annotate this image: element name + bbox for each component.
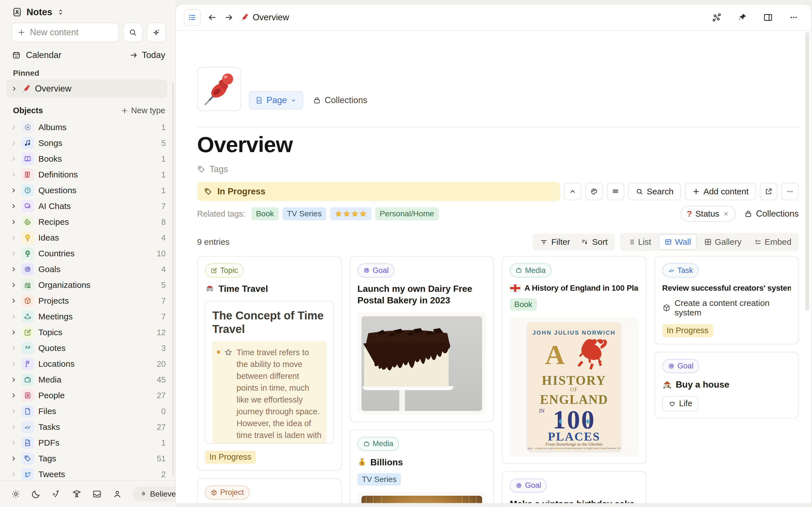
ai-sparkle-button[interactable]: [147, 22, 166, 42]
card-bakery-goal[interactable]: Goal Launch my own Dairy Free Postal Bak…: [350, 256, 494, 422]
layout-panel-icon[interactable]: [763, 12, 773, 22]
sort-button[interactable]: Sort: [581, 237, 608, 247]
graduation-cap-icon[interactable]: [71, 489, 82, 499]
search-content-button[interactable]: Search: [628, 183, 681, 200]
page-title[interactable]: Overview: [197, 132, 799, 158]
sidebar-item-countries[interactable]: Countries10: [6, 245, 170, 262]
svg-text:PLACES: PLACES: [548, 430, 600, 443]
breadcrumb[interactable]: Overview: [240, 12, 289, 22]
related-tag-personal-home[interactable]: Personal/Home: [375, 207, 439, 220]
sidebar-item-albums[interactable]: Albums1: [6, 119, 170, 135]
tv-series-tag[interactable]: TV Series: [357, 473, 401, 486]
view-tab-list[interactable]: List: [622, 235, 656, 249]
chevron-up-down-icon[interactable]: [57, 8, 64, 16]
sidebar-item-pdfs[interactable]: PDF PDFs1: [6, 435, 170, 451]
related-tag-tv-series[interactable]: TV Series: [283, 207, 326, 220]
tags-property[interactable]: Tags: [197, 164, 799, 174]
new-content-button[interactable]: New content: [11, 22, 119, 42]
sidebar-item-songs[interactable]: Songs5: [6, 135, 170, 151]
search-icon: [636, 187, 644, 195]
pushpin-icon: [240, 13, 249, 22]
gear-icon[interactable]: [11, 489, 21, 499]
linked-project[interactable]: Create a content creation system: [662, 298, 791, 318]
sidebar-item-ideas[interactable]: Ideas4: [6, 230, 170, 245]
book-tag[interactable]: Book: [510, 298, 537, 311]
sidebar-item-people[interactable]: People27: [6, 388, 170, 403]
page-type-dropdown[interactable]: Page: [249, 91, 303, 109]
related-tag-stars[interactable]: [330, 207, 371, 220]
sidebar-item-tags[interactable]: Tags51: [6, 451, 170, 466]
sidebar-item-overview[interactable]: Overview: [6, 79, 167, 98]
style-palette-button[interactable]: [585, 183, 603, 200]
sidebar-item-definitions[interactable]: Definitions1: [6, 167, 170, 182]
view-tab-embed[interactable]: Embed: [749, 235, 797, 249]
main-scrollbar[interactable]: [805, 32, 809, 311]
chevron-right-icon[interactable]: [11, 86, 17, 92]
paragraph-lines-button[interactable]: [607, 183, 624, 200]
status-badge[interactable]: In Progress: [205, 451, 256, 464]
whats-new-icon[interactable]: [51, 489, 61, 499]
moon-icon[interactable]: [31, 489, 41, 499]
package-icon: [211, 489, 217, 496]
card-review-creators[interactable]: Task Review successful creators' systems…: [654, 256, 799, 344]
open-external-button[interactable]: [760, 183, 777, 200]
more-menu-icon[interactable]: [781, 183, 799, 200]
profile-icon[interactable]: [112, 489, 122, 499]
house-icon: [662, 380, 672, 389]
related-tag-book[interactable]: Book: [252, 207, 278, 220]
sidebar-item-goals[interactable]: Goals4: [6, 262, 170, 277]
calendar-row[interactable]: 12 Calendar Today: [12, 48, 165, 62]
view-tab-gallery[interactable]: Gallery: [699, 235, 747, 249]
sidebar-item-topics[interactable]: Topics12: [6, 325, 170, 340]
view-tab-wall[interactable]: Wall: [659, 234, 697, 250]
filter-button[interactable]: Filter: [540, 237, 570, 247]
target-icon: [21, 263, 34, 276]
more-menu-icon[interactable]: [789, 13, 799, 22]
sidebar: Notes New content 12 Calendar Today Pinn…: [0, 0, 175, 507]
status-badge[interactable]: In Progress: [662, 324, 713, 337]
sidebar-item-locations[interactable]: Locations20: [6, 356, 170, 372]
sidebar-item-organizations[interactable]: Organizations5: [6, 277, 170, 293]
workspace-name[interactable]: Notes: [27, 7, 52, 17]
page-icon-image[interactable]: [197, 67, 241, 111]
new-type-button[interactable]: New type: [121, 106, 165, 115]
england-flag-icon: [510, 284, 520, 292]
collections-button[interactable]: Collections: [313, 95, 367, 105]
pin-filled-icon[interactable]: [738, 13, 747, 22]
sidebar-scrollbar[interactable]: [172, 82, 174, 476]
card-history-england[interactable]: Media A History of England in 100 Places…: [502, 256, 647, 464]
search-button[interactable]: [123, 22, 143, 42]
close-icon[interactable]: [723, 210, 729, 217]
sidebar-item-files[interactable]: Files0: [6, 403, 170, 419]
inbox-tray-icon[interactable]: [92, 489, 102, 499]
card-billions[interactable]: Media $ Billions TV Series: [350, 430, 494, 503]
back-button[interactable]: [207, 13, 217, 22]
in-progress-banner[interactable]: In Progress: [197, 182, 560, 201]
life-tag[interactable]: Life: [662, 396, 699, 411]
status-filter-pill[interactable]: ? Status: [680, 206, 735, 222]
collections-filter[interactable]: Collections: [744, 209, 799, 219]
sidebar-item-ai-chats[interactable]: AI Chats7: [6, 198, 170, 214]
sidebar-item-meetings[interactable]: Meetings7: [6, 309, 170, 325]
graph-view-icon[interactable]: [712, 12, 722, 22]
document-text: Time travel refers to the ability to mov…: [237, 346, 322, 444]
add-content-button[interactable]: Add content: [685, 183, 756, 200]
sidebar-toggle-button[interactable]: [184, 9, 201, 26]
sidebar-item-recipes[interactable]: Recipes8: [6, 214, 170, 230]
card-buy-house[interactable]: Goal Buy a house Life: [654, 352, 799, 418]
sidebar-item-questions[interactable]: ? Questions1: [6, 182, 170, 198]
sidebar-item-projects[interactable]: Projects7: [6, 293, 170, 309]
today-link[interactable]: Today: [130, 50, 165, 60]
forward-button[interactable]: [224, 13, 234, 22]
objects-section-label: Objects: [13, 106, 43, 115]
sidebar-item-books[interactable]: Books1: [6, 151, 170, 167]
sidebar-item-tweets[interactable]: Tweets2: [6, 466, 170, 480]
card-vintage-cake[interactable]: Goal Make a vintage birthday cake Life: [502, 471, 647, 503]
collapse-button[interactable]: [564, 183, 581, 200]
sidebar-item-media[interactable]: Media45: [6, 372, 170, 388]
card-create-content-system[interactable]: Project Create a content creation system: [197, 478, 342, 503]
embedded-document[interactable]: The Concept of Time Travel Time travel r…: [205, 301, 334, 444]
sidebar-item-quotes[interactable]: Quotes3: [6, 340, 170, 356]
card-time-travel[interactable]: Topic Time Travel The Concept of Time Tr…: [197, 256, 342, 471]
sidebar-item-tasks[interactable]: Tasks27: [6, 419, 170, 435]
